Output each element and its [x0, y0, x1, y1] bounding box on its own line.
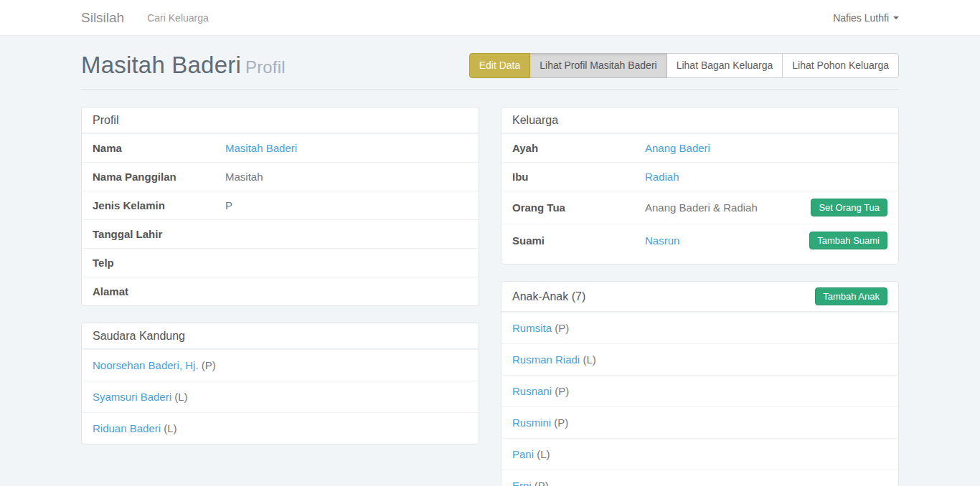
- row-value: Anang Baderi & Radiah: [645, 201, 811, 214]
- table-row: Suami Nasrun Tambah Suami: [501, 224, 898, 257]
- saudara-kandung-panel-title: Saudara Kandung: [82, 323, 479, 349]
- row-value: Masitah: [225, 170, 468, 184]
- header-divider: [81, 89, 899, 90]
- child-link[interactable]: Rusnani: [512, 385, 552, 397]
- profil-panel-title: Profil: [82, 108, 479, 133]
- gender-label: (L): [583, 353, 595, 366]
- lihat-pohon-keluarga-button[interactable]: Lihat Pohon Keluarga: [782, 53, 899, 78]
- panel-title-text: Saudara Kandung: [93, 330, 185, 343]
- gender-label: (P): [554, 416, 568, 429]
- row-label: Nama Panggilan: [93, 170, 225, 184]
- row-label: Telp: [93, 256, 225, 270]
- row-label: Orang Tua: [512, 201, 645, 214]
- child-link[interactable]: Rusmini: [512, 416, 551, 429]
- suami-value-link[interactable]: Nasrun: [645, 234, 809, 247]
- gender-label: (P): [555, 322, 569, 334]
- ayah-value-link[interactable]: Anang Baderi: [645, 141, 887, 155]
- keluarga-panel-title: Keluarga: [501, 108, 898, 133]
- row-value: [225, 256, 468, 270]
- sibling-link[interactable]: Noorsehan Baderi, Hj.: [93, 359, 199, 371]
- edit-data-button[interactable]: Edit Data: [469, 53, 531, 78]
- user-menu-dropdown[interactable]: Nafies Luthfi: [833, 12, 899, 24]
- row-label: Nama: [93, 141, 225, 155]
- saudara-kandung-panel: Saudara Kandung Noorsehan Baderi, Hj. (P…: [81, 323, 479, 444]
- anak-anak-panel: Anak-Anak (7) Tambah Anak Rumsita (P) Ru…: [501, 281, 899, 486]
- row-value: P: [225, 199, 468, 212]
- list-item: Syamsuri Baderi (L): [82, 381, 479, 412]
- list-item: Rusman Riadi (L): [501, 343, 898, 375]
- list-item: Erni (P): [501, 470, 898, 486]
- row-label: Suami: [512, 234, 645, 247]
- panel-title-text: Profil: [93, 114, 118, 127]
- gender-label: (P): [202, 359, 216, 371]
- table-row: Ayah Anang Baderi: [501, 133, 898, 162]
- table-row: Orang Tua Anang Baderi & Radiah Set Oran…: [501, 191, 898, 224]
- lihat-bagan-keluarga-button[interactable]: Lihat Bagan Keluarga: [666, 53, 783, 78]
- caret-down-icon: [893, 16, 899, 19]
- tambah-suami-button[interactable]: Tambah Suami: [809, 232, 887, 249]
- gender-label: (P): [555, 385, 569, 397]
- list-item: Rusnani (P): [501, 375, 898, 406]
- list-item: Rusmini (P): [501, 406, 898, 438]
- child-link[interactable]: Rumsita: [512, 322, 552, 334]
- row-label: Jenis Kelamin: [93, 199, 225, 212]
- tambah-anak-button[interactable]: Tambah Anak: [815, 287, 887, 305]
- row-label: Tanggal Lahir: [93, 227, 225, 241]
- anak-anak-panel-header: Anak-Anak (7) Tambah Anak: [501, 282, 898, 312]
- left-column: Profil Nama Masitah Baderi Nama Panggila…: [81, 107, 479, 461]
- user-name: Nafies Luthfi: [833, 12, 889, 24]
- row-label: Ibu: [512, 170, 645, 184]
- sibling-link[interactable]: Riduan Baderi: [93, 422, 161, 434]
- panel-title-text: Anak-Anak (7): [512, 290, 585, 303]
- nama-value-link[interactable]: Masitah Baderi: [225, 141, 468, 155]
- panel-title-text: Keluarga: [512, 114, 558, 127]
- lihat-profil-button[interactable]: Lihat Profil Masitah Baderi: [529, 53, 666, 78]
- list-item: Pani (L): [501, 438, 898, 470]
- navbar: Silsilah Cari Keluarga Nafies Luthfi: [0, 0, 980, 36]
- gender-label: (L): [164, 422, 176, 434]
- gender-label: (L): [174, 391, 187, 403]
- list-item: Riduan Baderi (L): [82, 412, 479, 444]
- table-row: Jenis Kelamin P: [82, 191, 479, 219]
- main-content: Masitah BaderiProfil Edit Data Lihat Pro…: [70, 52, 910, 486]
- brand-silsilah[interactable]: Silsilah: [81, 10, 124, 26]
- sibling-link[interactable]: Syamsuri Baderi: [93, 391, 171, 403]
- table-row: Alamat: [82, 277, 479, 305]
- child-link[interactable]: Pani: [512, 448, 534, 460]
- profile-action-buttons: Edit Data Lihat Profil Masitah Baderi Li…: [469, 53, 899, 78]
- right-column: Keluarga Ayah Anang Baderi Ibu Radiah Or…: [501, 107, 899, 486]
- row-value: [225, 285, 468, 298]
- gender-label: (L): [537, 448, 550, 460]
- child-link[interactable]: Rusman Riadi: [512, 353, 580, 366]
- page-title-name: Masitah Baderi: [81, 52, 241, 78]
- set-orang-tua-button[interactable]: Set Orang Tua: [811, 199, 887, 216]
- list-item: Noorsehan Baderi, Hj. (P): [82, 349, 479, 381]
- list-item: Rumsita (P): [501, 312, 898, 343]
- profil-panel: Profil Nama Masitah Baderi Nama Panggila…: [81, 107, 479, 306]
- ibu-value-link[interactable]: Radiah: [645, 170, 887, 184]
- row-label: Alamat: [93, 285, 225, 298]
- nav-link-cari-keluarga[interactable]: Cari Keluarga: [147, 12, 209, 24]
- page-title: Masitah BaderiProfil: [81, 52, 286, 79]
- table-row: Telp: [82, 248, 479, 277]
- keluarga-panel: Keluarga Ayah Anang Baderi Ibu Radiah Or…: [501, 107, 899, 265]
- table-row: Ibu Radiah: [501, 162, 898, 191]
- row-label: Ayah: [512, 141, 645, 155]
- gender-label: (P): [534, 480, 549, 486]
- page-title-subtitle: Profil: [245, 57, 286, 77]
- table-row: Nama Panggilan Masitah: [82, 162, 479, 191]
- child-link[interactable]: Erni: [512, 480, 532, 486]
- table-row: Tanggal Lahir: [82, 219, 479, 248]
- table-row: Nama Masitah Baderi: [82, 133, 479, 162]
- row-value: [225, 227, 468, 241]
